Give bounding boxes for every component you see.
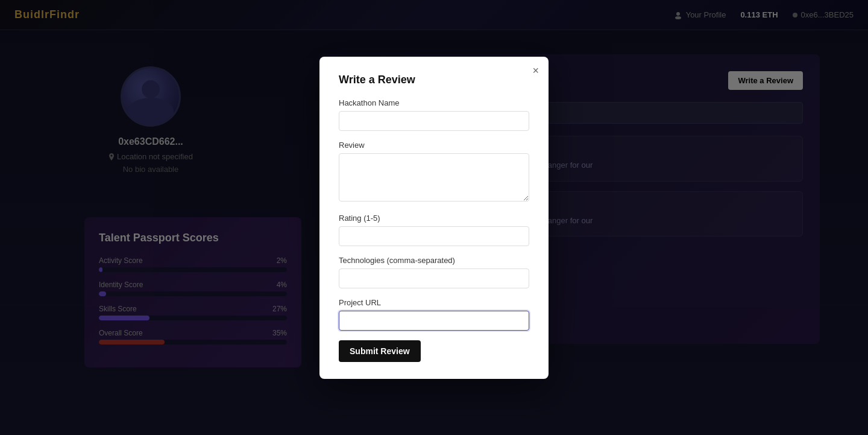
hackathon-name-group: Hackathon Name — [339, 98, 529, 131]
submit-review-button[interactable]: Submit Review — [339, 340, 421, 362]
modal-close-button[interactable]: × — [532, 65, 539, 76]
technologies-label: Technologies (comma-separated) — [339, 256, 529, 265]
review-group: Review — [339, 141, 529, 204]
project-url-group: Project URL — [339, 298, 529, 331]
modal-overlay: Write a Review × Hackathon Name Review R… — [0, 0, 868, 435]
rating-input[interactable] — [339, 226, 529, 246]
write-review-modal: Write a Review × Hackathon Name Review R… — [319, 57, 549, 379]
technologies-group: Technologies (comma-separated) — [339, 256, 529, 288]
hackathon-name-label: Hackathon Name — [339, 98, 529, 107]
hackathon-name-input[interactable] — [339, 111, 529, 131]
rating-label: Rating (1-5) — [339, 214, 529, 223]
project-url-input[interactable] — [339, 311, 529, 331]
rating-group: Rating (1-5) — [339, 214, 529, 246]
project-url-label: Project URL — [339, 298, 529, 307]
review-label: Review — [339, 141, 529, 150]
review-textarea[interactable] — [339, 153, 529, 202]
technologies-input[interactable] — [339, 268, 529, 288]
modal-title: Write a Review — [339, 74, 529, 86]
